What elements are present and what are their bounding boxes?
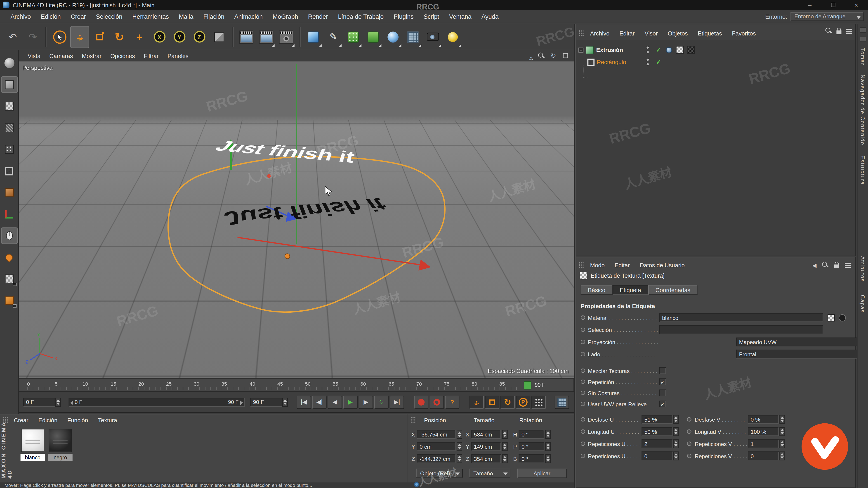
add-deformer-button[interactable]: [364, 26, 382, 48]
size-z-stepper[interactable]: [502, 454, 507, 463]
snap-settings-button[interactable]: [1, 271, 18, 287]
material-field[interactable]: blanco: [659, 313, 823, 322]
vp-menu-camaras[interactable]: Cámaras: [45, 52, 78, 59]
menu-archivo[interactable]: Archivo: [5, 13, 36, 20]
menu-burger-icon[interactable]: [846, 29, 852, 33]
key-pla-toggle[interactable]: [531, 395, 546, 409]
animation-dot-icon[interactable]: [581, 328, 585, 332]
tiles-v2-stepper[interactable]: [779, 451, 785, 460]
visibility-dots-icon[interactable]: [646, 46, 651, 54]
range-left-arrow-icon[interactable]: [70, 400, 73, 405]
points-mode-button[interactable]: [1, 141, 18, 158]
pos-x-stepper[interactable]: [457, 430, 462, 439]
tab-coordenadas[interactable]: Coordenadas: [648, 285, 698, 295]
vp-menu-opciones[interactable]: Opciones: [106, 52, 140, 59]
tile-checkbox[interactable]: ✓: [659, 379, 666, 385]
animation-dot-icon[interactable]: [581, 402, 585, 406]
material-swatch-negro[interactable]: [49, 429, 72, 452]
rot-p-stepper[interactable]: [545, 442, 551, 451]
close-button[interactable]: ×: [845, 0, 868, 10]
mix-textures-checkbox[interactable]: [659, 367, 666, 374]
panel-grip-icon[interactable]: [579, 30, 584, 37]
animation-dot-icon[interactable]: [687, 454, 691, 458]
undo-button[interactable]: ↶: [3, 26, 22, 48]
enable-axis-button[interactable]: [1, 206, 18, 222]
z-axis-lock-button[interactable]: Z: [190, 26, 209, 48]
menu-herramientas[interactable]: Herramientas: [127, 13, 174, 20]
bump-uvw-checkbox[interactable]: ✓: [659, 400, 666, 407]
add-primitive-button[interactable]: [304, 26, 322, 48]
material-pick-icon[interactable]: [839, 314, 846, 321]
menu-edicion[interactable]: Edición: [36, 13, 66, 20]
length-v-stepper[interactable]: [779, 427, 785, 436]
menu-ventana[interactable]: Ventana: [444, 13, 476, 20]
om-menu-favoritos[interactable]: Favoritos: [727, 30, 761, 36]
vp-menu-filtrar[interactable]: Filtrar: [139, 52, 163, 59]
collapse-icon[interactable]: –: [579, 47, 583, 52]
add-environment-button[interactable]: [383, 26, 402, 48]
mat-menu-edicion[interactable]: Edición: [33, 417, 62, 423]
minimize-button[interactable]: –: [798, 0, 822, 10]
add-mograph-button[interactable]: [403, 26, 422, 48]
enabled-check-icon[interactable]: ✓: [656, 46, 661, 53]
material-name-negro[interactable]: negro: [48, 454, 72, 461]
object-name[interactable]: Rectángulo: [597, 59, 626, 65]
tab-etiqueta[interactable]: Etiqueta: [613, 285, 648, 295]
menu-ayuda[interactable]: Ayuda: [476, 13, 504, 20]
offset-v-field[interactable]: 0 %: [748, 415, 779, 424]
projection-select[interactable]: Mapeado UVW: [736, 337, 868, 346]
enabled-check-icon[interactable]: ✓: [656, 58, 661, 66]
maximize-button[interactable]: [822, 0, 845, 10]
model-mode-button[interactable]: [1, 76, 18, 93]
environment-select[interactable]: Entorno de Arranque: [790, 12, 864, 21]
vp-menu-mostrar[interactable]: Mostrar: [77, 52, 106, 59]
rot-h-stepper[interactable]: [545, 430, 551, 439]
material-swatch-blanco[interactable]: [21, 429, 44, 452]
loop-button[interactable]: ↻: [374, 395, 389, 409]
make-editable-button[interactable]: [1, 55, 18, 71]
key-rotation-toggle[interactable]: ↻: [500, 395, 515, 409]
pan-view-icon[interactable]: ↔↕: [525, 52, 533, 60]
maximize-view-icon[interactable]: [561, 52, 569, 60]
frame-range-slider[interactable]: 0 F 90 F: [69, 398, 245, 406]
render-view-button[interactable]: [237, 26, 256, 48]
length-v-field[interactable]: 100 %: [748, 427, 779, 436]
menu-burger-icon[interactable]: [845, 263, 851, 267]
camera-view-label[interactable]: Perspectiva: [22, 64, 53, 71]
menu-crear[interactable]: Crear: [66, 13, 91, 20]
material-name-blanco[interactable]: blanco: [21, 454, 45, 461]
om-menu-visor[interactable]: Visor: [640, 30, 663, 36]
previous-frame-button[interactable]: ◀: [328, 395, 342, 409]
paint-tool-button[interactable]: [1, 249, 18, 265]
om-menu-editar[interactable]: Editar: [614, 30, 640, 36]
coord-size-select[interactable]: Tamaño: [469, 468, 510, 477]
tiles-u-stepper[interactable]: [673, 439, 679, 448]
length-u-stepper[interactable]: [673, 427, 679, 436]
gizmo-x-axis[interactable]: [238, 237, 422, 265]
visibility-dots-icon[interactable]: [646, 58, 651, 66]
animation-dot-icon[interactable]: [687, 442, 691, 446]
dock-film-icon[interactable]: [860, 36, 866, 41]
autokey-button[interactable]: [430, 395, 444, 409]
tiles-v-stepper[interactable]: [779, 439, 785, 448]
om-menu-archivo[interactable]: Archivo: [585, 30, 615, 36]
range-right-arrow-icon[interactable]: [240, 400, 243, 405]
gizmo-center-dot[interactable]: [267, 174, 271, 178]
menu-fijacion[interactable]: Fijación: [198, 13, 229, 20]
size-z-field[interactable]: 354 cm: [471, 454, 501, 463]
animation-dot-icon[interactable]: [581, 417, 585, 422]
rotate-view-icon[interactable]: ↻: [549, 52, 557, 60]
live-selection-button[interactable]: [51, 26, 69, 48]
add-light-button[interactable]: [443, 26, 462, 48]
size-x-stepper[interactable]: [502, 430, 507, 439]
pos-z-stepper[interactable]: [457, 454, 462, 463]
menu-animacion[interactable]: Animación: [229, 13, 268, 20]
panel-grip-icon[interactable]: [579, 261, 584, 269]
coordinate-system-button[interactable]: [210, 26, 228, 48]
play-button[interactable]: ▶: [343, 395, 358, 409]
seamless-checkbox[interactable]: [659, 390, 666, 396]
render-to-picture-button[interactable]: [257, 26, 276, 48]
pos-y-stepper[interactable]: [457, 442, 462, 451]
dock-tab-tomar[interactable]: Tomar: [860, 48, 866, 66]
tiles-u-field[interactable]: 2: [642, 439, 673, 448]
